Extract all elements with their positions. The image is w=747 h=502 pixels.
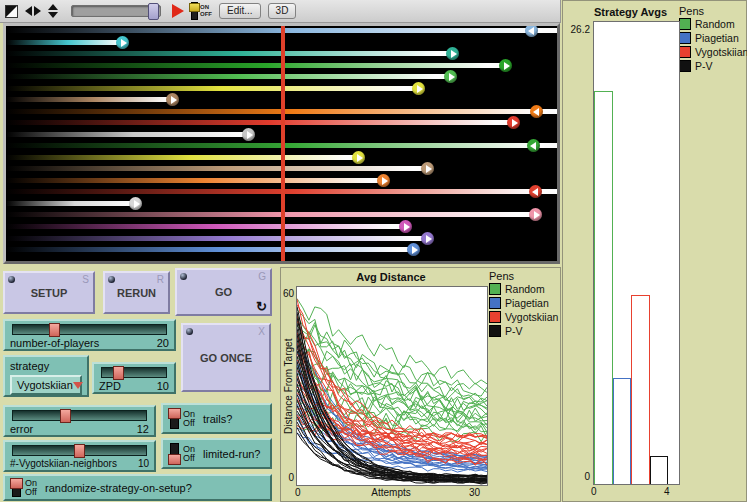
x-axis-label: Attempts [296,487,486,498]
legend-label: P-V [695,60,713,72]
go-once-button[interactable]: X GO ONCE [181,323,271,392]
speed-slider-thumb[interactable] [148,3,159,20]
player-marker [166,93,179,106]
legend-item: Piagetian [679,32,739,44]
y-max-tick: 60 [281,288,294,299]
strategy-chooser[interactable]: strategy Vygotskiian [3,355,89,397]
player-trail [6,212,538,217]
player-marker [412,82,425,95]
run-toggle-track[interactable] [191,2,198,20]
player-marker [352,151,365,164]
chooser-value-box[interactable]: Vygotskiian [10,375,82,395]
switch-off-label: Off [25,488,37,497]
slider-vygotskiian-neighbors[interactable]: #-Vygotskiian-neighbors10 [3,440,156,472]
legend-swatch [679,46,691,58]
player-trail [6,40,125,45]
player-arrow-left [533,108,539,116]
plot-area [593,21,680,485]
player-trail [6,63,508,68]
player-arrow-right [412,246,418,254]
player-arrow-right [504,62,510,70]
legend-item: Piagetian [489,297,549,309]
player-marker [421,232,434,245]
strategy-bar [594,91,613,484]
slider-label: ZPD [99,380,121,392]
slider-track[interactable] [12,410,147,421]
x-max-tick: 30 [469,487,480,498]
legend-item: P-V [489,325,523,337]
switch-toggle[interactable] [12,478,21,497]
slider-thumb[interactable] [60,409,71,423]
plot-legend: RandomPiagetianVygotskiianP-V [489,283,561,343]
switch-handle[interactable] [168,408,181,419]
toggle-on-label: ON [200,4,212,11]
slider-label: error [10,423,33,435]
slider-label: #-Vygotskiian-neighbors [10,458,117,469]
switch-limited-run[interactable]: OnOff limited-run? [161,438,272,469]
player-trail [6,155,361,160]
slider-track[interactable] [12,324,167,335]
player-arrow-right [247,131,253,139]
target-line [281,26,285,261]
slider-track[interactable] [101,367,167,378]
player-marker [499,59,512,72]
player-arrow-right [449,73,455,81]
player-marker [525,26,538,37]
switch-toggle[interactable] [170,443,179,464]
switch-randomize-strategy[interactable]: OnOff randomize-strategy-on-setup? [3,474,272,501]
button-label: GO [215,286,232,298]
speed-slider[interactable] [71,5,161,17]
player-arrow-right [426,235,432,243]
player-trail [6,247,416,252]
switch-handle[interactable] [168,454,181,465]
slider-thumb[interactable] [49,323,60,337]
eye-icon [108,276,115,283]
run-toggle-handle[interactable] [189,3,200,12]
chevron-down-icon [73,382,83,389]
player-marker [377,174,390,187]
x-max-tick: 4 [664,486,670,497]
netlogo-app: ON OFF Edit... 3D S SETUP R RERUN G GO ↻… [0,0,747,502]
legend-item: Random [489,283,545,295]
legend-swatch [679,32,691,44]
chooser-label: strategy [10,360,82,372]
run-toggle[interactable]: ON OFF [191,2,212,20]
trail-stub [546,189,555,194]
switch-handle[interactable] [10,478,23,489]
legend-title: Pens [489,270,514,282]
world-view-canvas[interactable] [6,26,557,261]
slider-zpd[interactable]: ZPD10 [92,362,176,394]
legend-item: Vygotskiian [679,46,747,58]
switch-toggle[interactable] [170,408,179,429]
legend-label: Piagetian [695,32,739,44]
edit-button[interactable]: Edit... [219,3,261,19]
diagonal-resize-icon[interactable] [5,5,18,18]
go-button[interactable]: G GO ↻ [175,268,272,316]
slider-track[interactable] [12,445,147,456]
slider-value: 12 [137,423,149,435]
threed-button[interactable]: 3D [268,3,297,19]
player-trail [6,74,453,79]
slider-value: 20 [157,337,169,349]
vertical-arrows-icon[interactable] [48,4,58,18]
player-arrow-right [171,96,177,104]
slider-number-of-players[interactable]: number-of-players20 [3,319,176,351]
switch-label: limited-run? [203,448,260,460]
world-view[interactable] [3,23,560,264]
player-marker [421,162,434,175]
switch-trails[interactable]: OnOff trails? [161,403,272,434]
slider-thumb[interactable] [113,366,124,380]
slider-error[interactable]: error12 [3,405,156,437]
button-label: SETUP [31,287,68,299]
player-arrow-right [357,154,363,162]
shortcut-key: S [82,274,89,285]
setup-button[interactable]: S SETUP [3,271,95,314]
legend-item: P-V [679,60,713,72]
player-marker [529,208,542,221]
slider-thumb[interactable] [74,444,85,458]
chooser-value: Vygotskiian [17,379,73,391]
player-trail [6,236,430,241]
player-arrow-right [121,39,127,47]
horizontal-arrows-icon[interactable] [25,6,41,16]
rerun-button[interactable]: R RERUN [103,271,170,314]
